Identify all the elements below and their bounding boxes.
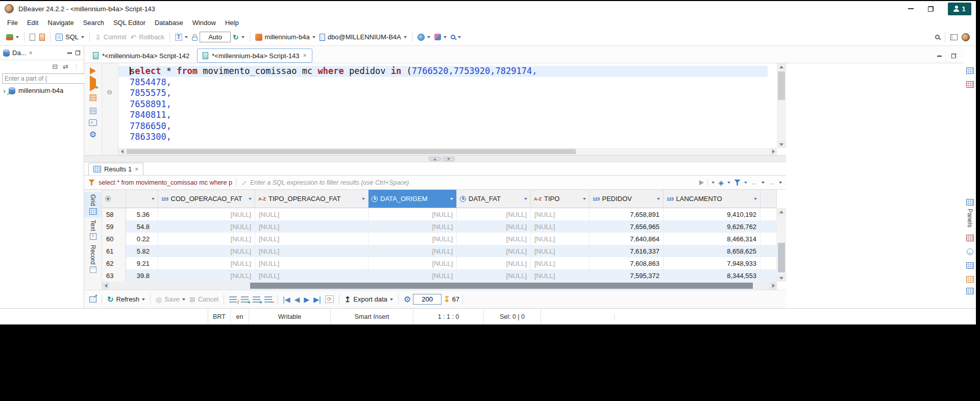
scroll-right-button[interactable]: [770, 282, 777, 289]
column-header-cod-operacao-fat[interactable]: 123COD_OPERACAO_FAT: [158, 190, 255, 208]
filler-cell[interactable]: [761, 233, 777, 245]
cell[interactable]: 9,626,762: [664, 220, 761, 233]
column-dropdown-icon[interactable]: [249, 198, 252, 200]
column-dropdown-icon[interactable]: [583, 198, 586, 200]
cell[interactable]: 9,410,192: [664, 208, 761, 220]
open-console-button[interactable]: >_: [89, 119, 97, 126]
expander-icon[interactable]: ›: [3, 87, 6, 94]
commit-button[interactable]: ⇩Commit: [93, 32, 129, 42]
cell[interactable]: 8,658,625: [664, 245, 761, 257]
maximize-editor-icon[interactable]: [951, 54, 956, 58]
menu-window[interactable]: Window: [188, 18, 220, 28]
row-number[interactable]: 59: [102, 220, 126, 233]
column-header-data-origem[interactable]: DATA_ORIGEM: [369, 190, 457, 208]
cell[interactable]: [NULL]: [457, 257, 531, 269]
menu-navigate[interactable]: Navigate: [43, 18, 78, 28]
column-dropdown-icon[interactable]: [524, 198, 527, 200]
cell[interactable]: [NULL]: [158, 233, 255, 245]
cell[interactable]: [NULL]: [255, 208, 369, 220]
cell[interactable]: [NULL]: [531, 245, 590, 257]
calc-row-count-button[interactable]: ↧: [442, 294, 452, 304]
last-row-button[interactable]: ▶|: [311, 295, 323, 304]
filler-cell[interactable]: [761, 220, 777, 233]
filters-menu-dropdown[interactable]: [744, 182, 747, 184]
delete-row-button[interactable]: [262, 295, 274, 304]
filter-query-text[interactable]: select * from movimento_comissao mc wher…: [99, 179, 232, 186]
search-metadata-button[interactable]: [449, 34, 463, 40]
status-caret-position[interactable]: 1 : 1 : 0: [413, 309, 484, 324]
prev-row-button[interactable]: ◀: [292, 295, 302, 304]
tab-results-1[interactable]: Results 1 ×: [88, 163, 143, 175]
cell[interactable]: [NULL]: [158, 220, 255, 233]
cell[interactable]: 9.21: [126, 257, 158, 269]
cell[interactable]: 0.22: [126, 233, 158, 245]
cell[interactable]: [NULL]: [369, 233, 457, 245]
row-number[interactable]: 58: [102, 208, 126, 220]
next-row-button[interactable]: ▶: [302, 295, 311, 304]
presence-badge[interactable]: 1: [948, 3, 971, 15]
minimize-icon[interactable]: [908, 8, 914, 9]
network-button[interactable]: [415, 33, 432, 42]
cell[interactable]: [NULL]: [457, 245, 531, 257]
link-editor-icon[interactable]: ⇄: [63, 63, 68, 70]
row-number[interactable]: 62: [102, 257, 126, 269]
export-data-button[interactable]: ↥Export data: [342, 294, 395, 304]
first-row-button[interactable]: |◀: [281, 295, 292, 304]
cell[interactable]: 5.36: [126, 208, 158, 220]
scroll-down-button[interactable]: [777, 274, 786, 282]
result-grid[interactable]: 123COD_OPERACAO_FAT A-ZTIPO_OPERACAO_FAT…: [102, 190, 777, 282]
cell[interactable]: [NULL]: [457, 233, 531, 245]
row-number[interactable]: 60: [102, 233, 126, 245]
column-header-tipo-operacao-fat[interactable]: A-ZTIPO_OPERACAO_FAT: [255, 190, 369, 208]
execute-script-button[interactable]: ▤: [89, 93, 97, 102]
explain-plan-button[interactable]: ▤: [89, 106, 97, 115]
cell[interactable]: [NULL]: [531, 233, 590, 245]
cell[interactable]: 39.8: [126, 269, 158, 282]
add-row-button[interactable]: [239, 295, 251, 304]
cell[interactable]: [NULL]: [255, 233, 369, 245]
open-grid-editor-button[interactable]: [87, 295, 99, 304]
apply-filter-button[interactable]: [699, 180, 704, 185]
cell[interactable]: 8,344,553: [664, 269, 761, 282]
cell[interactable]: [NULL]: [255, 269, 369, 282]
filler-cell[interactable]: [761, 269, 777, 282]
cell[interactable]: [NULL]: [457, 220, 531, 233]
column-header-clipped[interactable]: [126, 190, 158, 208]
restore-icon[interactable]: [928, 6, 934, 12]
close-icon[interactable]: ×: [29, 49, 32, 57]
filters-menu-icon[interactable]: [734, 180, 741, 186]
perspective-button[interactable]: [948, 33, 960, 41]
cell[interactable]: [NULL]: [457, 208, 531, 220]
column-header-tipo[interactable]: A-ZTIPO: [531, 190, 590, 208]
scrollbar-thumb[interactable]: [778, 71, 785, 100]
connection-selector[interactable]: millennium-b4a: [253, 32, 317, 42]
fold-collapse-icon[interactable]: ⊖: [107, 89, 112, 95]
scroll-up-button[interactable]: [777, 208, 786, 215]
scroll-down-button[interactable]: [777, 141, 786, 148]
menu-file[interactable]: File: [3, 18, 22, 28]
column-dropdown-icon[interactable]: [362, 198, 365, 200]
cell[interactable]: [NULL]: [531, 269, 590, 282]
collapse-all-icon[interactable]: ⊟: [52, 63, 58, 70]
cell[interactable]: 7,948,933: [664, 257, 761, 269]
transaction-mode-button[interactable]: T: [173, 33, 190, 42]
grid-settings-button[interactable]: ⚙: [402, 294, 413, 305]
execute-statement-button[interactable]: [90, 67, 96, 74]
scrollbar-thumb[interactable]: [127, 149, 576, 154]
collapse-down-button[interactable]: [443, 157, 455, 161]
editor-settings-button[interactable]: ⚙: [89, 131, 96, 139]
row-number[interactable]: 63: [102, 269, 126, 282]
scroll-left-button[interactable]: [118, 148, 126, 155]
grouping-panel-icon[interactable]: [966, 262, 974, 269]
cell[interactable]: [NULL]: [531, 208, 590, 220]
cell[interactable]: 8,466,314: [664, 233, 761, 245]
metadata-panel-icon[interactable]: [966, 288, 974, 294]
rollback-button[interactable]: ↶Rollback: [129, 32, 167, 42]
cell[interactable]: 7,608,863: [590, 257, 664, 269]
column-dropdown-icon[interactable]: [754, 198, 757, 200]
close-results-icon[interactable]: ×: [135, 166, 138, 173]
fetch-size-input[interactable]: [413, 294, 442, 305]
tab-script-143[interactable]: *<millennium-b4a> Script-143 ×: [197, 48, 312, 63]
tab-database-navigator[interactable]: Da... ×: [3, 49, 32, 57]
cell[interactable]: 7,658,891: [590, 208, 664, 220]
